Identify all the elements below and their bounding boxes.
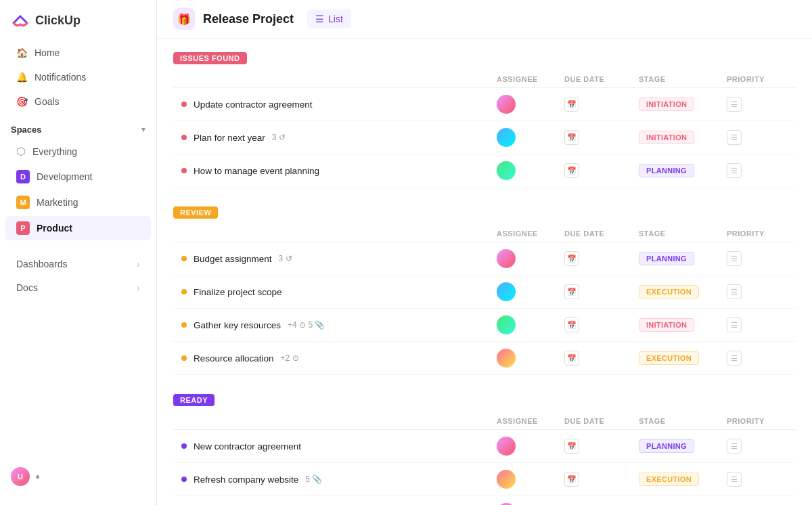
calendar-icon[interactable]: 📅 xyxy=(564,439,579,454)
priority-cell: ☰ xyxy=(727,251,788,266)
table-row[interactable]: Resource allocation +2 ⊙ 📅 EXECUTION ☰ xyxy=(173,342,796,375)
task-meta: 5 📎 xyxy=(305,475,322,484)
table-row[interactable]: Plan for next year 3 ↺ 📅 INITIATION ☰ xyxy=(173,121,796,154)
due-date-cell: 📅 xyxy=(564,251,639,266)
stage-cell: EXECUTION xyxy=(639,351,727,365)
sidebar-item-everything[interactable]: ⬡ Everything xyxy=(5,139,151,163)
avatar xyxy=(497,470,516,489)
priority-icon[interactable]: ☰ xyxy=(727,351,742,366)
task-name: New contractor agreement xyxy=(194,441,301,452)
table-row[interactable]: Gather key resources +4 ⊙ 5 📎 📅 INITIATI… xyxy=(173,309,796,342)
notifications-label: Notifications xyxy=(35,72,86,83)
notification-icon: 🔔 xyxy=(16,72,28,83)
ready-badge: READY xyxy=(173,394,215,406)
stage-cell: INITIATION xyxy=(639,318,727,332)
task-name: Plan for next year xyxy=(194,133,265,143)
stage-badge: PLANNING xyxy=(639,439,694,453)
avatar xyxy=(497,349,516,368)
calendar-icon[interactable]: 📅 xyxy=(564,351,579,366)
calendar-icon[interactable]: 📅 xyxy=(564,472,579,487)
review-table-header: ASSIGNEE DUE DATE STAGE PRIORITY xyxy=(173,225,796,242)
priority-icon[interactable]: ☰ xyxy=(727,317,742,332)
task-name-cell: Refresh company website 5 📎 xyxy=(181,475,497,485)
user-avatar[interactable]: U xyxy=(11,467,30,486)
priority-icon[interactable]: ☰ xyxy=(727,439,742,454)
task-meta: 3 ↺ xyxy=(272,133,286,142)
calendar-icon[interactable]: 📅 xyxy=(564,163,579,178)
table-row[interactable]: How to manage event planning 📅 PLANNING … xyxy=(173,154,796,188)
stage-cell: EXECUTION xyxy=(639,473,727,486)
sidebar-item-notifications[interactable]: 🔔 Notifications xyxy=(5,66,151,89)
sidebar-item-marketing[interactable]: M Marketing xyxy=(5,190,151,215)
goals-label: Goals xyxy=(35,96,60,107)
priority-cell: ☰ xyxy=(727,439,788,454)
project-icon: 🎁 xyxy=(173,8,195,30)
list-label: List xyxy=(328,14,343,24)
assignee-cell xyxy=(497,95,564,114)
calendar-icon[interactable]: 📅 xyxy=(564,317,579,332)
task-name: Budget assignment xyxy=(194,254,272,264)
priority-icon[interactable]: ☰ xyxy=(727,472,742,487)
task-name: Refresh company website xyxy=(194,475,298,485)
task-name-cell: Finalize project scope xyxy=(181,287,497,297)
table-row[interactable]: Update key objectives 5 📎 📅 EXECUTION ☰ xyxy=(173,496,796,505)
project-title: Release Project xyxy=(203,12,294,26)
calendar-icon[interactable]: 📅 xyxy=(564,284,579,299)
sidebar-item-development[interactable]: D Development xyxy=(5,164,151,189)
stage-badge: INITIATION xyxy=(639,318,694,332)
priority-icon[interactable]: ☰ xyxy=(727,97,742,112)
top-bar: 🎁 Release Project ☰ List xyxy=(157,0,812,39)
avatar xyxy=(497,249,516,268)
stage-badge: EXECUTION xyxy=(639,473,699,486)
table-row[interactable]: Budget assignment 3 ↺ 📅 PLANNING ☰ xyxy=(173,242,796,276)
priority-icon[interactable]: ☰ xyxy=(727,130,742,145)
due-date-cell: 📅 xyxy=(564,97,639,112)
assignee-cell xyxy=(497,470,564,489)
ready-table-header: ASSIGNEE DUE DATE STAGE PRIORITY xyxy=(173,413,796,430)
col-stage: STAGE xyxy=(639,75,727,83)
table-row[interactable]: Refresh company website 5 📎 📅 EXECUTION … xyxy=(173,463,796,496)
assignee-cell xyxy=(497,437,564,456)
calendar-icon[interactable]: 📅 xyxy=(564,130,579,145)
task-name: Finalize project scope xyxy=(194,287,282,297)
avatar xyxy=(497,95,516,114)
ready-header-row: READY xyxy=(173,394,796,412)
priority-icon[interactable]: ☰ xyxy=(727,163,742,178)
review-section: REVIEW ASSIGNEE DUE DATE STAGE PRIORITY … xyxy=(173,206,796,375)
col-priority: PRIORITY xyxy=(727,75,788,83)
table-row[interactable]: Update contractor agreement 📅 INITIATION… xyxy=(173,88,796,121)
review-header-row: REVIEW xyxy=(173,206,796,224)
priority-icon[interactable]: ☰ xyxy=(727,284,742,299)
avatar xyxy=(497,437,516,456)
sidebar-item-home[interactable]: 🏠 Home xyxy=(5,41,151,64)
task-name-cell: Budget assignment 3 ↺ xyxy=(181,254,497,264)
stage-cell: PLANNING xyxy=(639,252,727,265)
chevron-down-icon[interactable]: ▾ xyxy=(141,125,145,134)
task-dot xyxy=(181,322,187,328)
due-date-cell: 📅 xyxy=(564,472,639,487)
marketing-label: Marketing xyxy=(37,197,78,208)
sidebar-item-dashboards[interactable]: Dashboards › xyxy=(5,252,151,276)
priority-icon[interactable]: ☰ xyxy=(727,251,742,266)
calendar-icon[interactable]: 📅 xyxy=(564,251,579,266)
priority-cell: ☰ xyxy=(727,163,788,178)
app-logo[interactable]: ClickUp xyxy=(0,11,156,41)
docs-label: Docs xyxy=(16,282,38,293)
sidebar-item-goals[interactable]: 🎯 Goals xyxy=(5,90,151,113)
stage-cell: PLANNING xyxy=(639,164,727,177)
due-date-cell: 📅 xyxy=(564,317,639,332)
calendar-icon[interactable]: 📅 xyxy=(564,97,579,112)
sidebar: ClickUp 🏠 Home 🔔 Notifications 🎯 Goals S… xyxy=(0,0,157,505)
col-stage: STAGE xyxy=(639,229,727,238)
sidebar-item-product[interactable]: P Product xyxy=(5,216,151,240)
list-view-tab[interactable]: ☰ List xyxy=(307,9,351,28)
task-meta: 3 ↺ xyxy=(279,254,292,263)
sidebar-item-docs[interactable]: Docs › xyxy=(5,276,151,299)
issues-badge: ISSUES FOUND xyxy=(173,52,247,64)
table-row[interactable]: Finalize project scope 📅 EXECUTION ☰ xyxy=(173,276,796,309)
col-assignee: ASSIGNEE xyxy=(497,75,564,83)
table-row[interactable]: New contractor agreement 📅 PLANNING ☰ xyxy=(173,430,796,463)
col-name xyxy=(181,229,497,238)
due-date-cell: 📅 xyxy=(564,163,639,178)
spaces-section-header: Spaces ▾ xyxy=(0,118,156,139)
